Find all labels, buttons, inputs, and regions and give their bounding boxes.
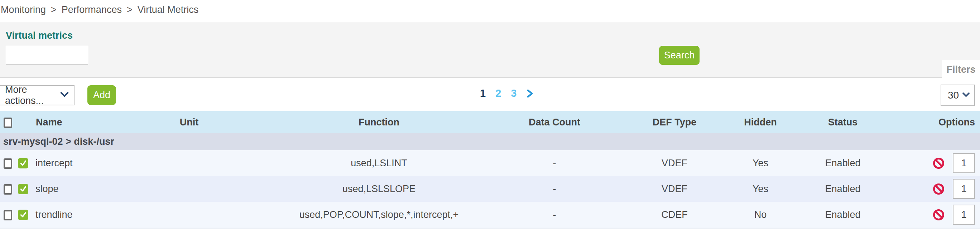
row-select-checkbox[interactable] — [3, 210, 12, 220]
column-header-unit: Unit — [100, 117, 279, 128]
page-title: Virtual metrics — [6, 30, 73, 41]
group-header-row: srv-mysql-02 > disk-/usr — [0, 133, 980, 150]
column-header-def-type: DEF Type — [630, 117, 719, 128]
cell-status: Enabled — [802, 183, 884, 195]
page-size-select[interactable]: 30 — [940, 84, 975, 106]
search-button[interactable]: Search — [659, 46, 700, 65]
filters-tab[interactable]: Filters — [942, 60, 980, 79]
filter-panel: Virtual metrics Search — [0, 22, 980, 78]
metric-name[interactable]: trendline — [35, 209, 73, 220]
cell-function: used,LSLINT — [279, 158, 479, 169]
cell-data-count: - — [479, 183, 630, 195]
pagination-page-2[interactable]: 2 — [495, 87, 501, 99]
table-bottom-edge — [0, 227, 980, 229]
duplicate-count-input[interactable] — [953, 179, 975, 199]
select-all-checkbox[interactable] — [3, 118, 12, 128]
pagination-page-1[interactable]: 1 — [480, 87, 486, 99]
chevron-down-icon — [60, 92, 69, 99]
column-header-name: Name — [36, 117, 62, 127]
forbidden-icon — [933, 158, 944, 169]
metric-name[interactable]: intercept — [35, 158, 73, 169]
row-select-checkbox[interactable] — [3, 184, 12, 195]
cell-hidden: Yes — [719, 183, 802, 195]
breadcrumb: Monitoring > Performances > Virtual Metr… — [1, 4, 199, 16]
column-header-data-count: Data Count — [479, 117, 630, 128]
virtual-metrics-page: Monitoring > Performances > Virtual Metr… — [0, 0, 980, 229]
breadcrumb-item-monitoring[interactable]: Monitoring — [1, 4, 46, 16]
breadcrumb-item-virtual-metrics[interactable]: Virtual Metrics — [138, 4, 199, 16]
column-header-options: Options — [884, 117, 980, 128]
breadcrumb-item-performances[interactable]: Performances — [62, 4, 122, 16]
virtual-metrics-table: Name Unit Function Data Count DEF Type H… — [0, 111, 980, 229]
cell-def-type: VDEF — [630, 183, 719, 195]
row-select-checkbox[interactable] — [3, 158, 12, 169]
table-row: slope used,LSLSLOPE - VDEF Yes Enabled — [0, 176, 980, 202]
breadcrumb-separator: > — [51, 4, 57, 16]
metric-name[interactable]: slope — [35, 183, 59, 195]
cell-data-count: - — [479, 209, 630, 220]
forbidden-icon — [933, 183, 944, 195]
cell-status: Enabled — [802, 158, 884, 169]
group-header-label: srv-mysql-02 > disk-/usr — [3, 136, 114, 147]
more-actions-select[interactable]: More actions... — [0, 85, 75, 105]
cell-status: Enabled — [802, 209, 884, 220]
more-actions-label: More actions... — [5, 84, 60, 107]
search-input[interactable] — [6, 46, 88, 65]
table-header-row: Name Unit Function Data Count DEF Type H… — [0, 111, 980, 133]
chevron-right-icon[interactable] — [526, 89, 534, 99]
column-header-hidden: Hidden — [719, 117, 802, 128]
cell-hidden: Yes — [719, 158, 802, 169]
column-header-status: Status — [802, 117, 884, 128]
breadcrumb-separator: > — [127, 4, 132, 16]
pagination-page-3[interactable]: 3 — [511, 87, 517, 99]
table-row: trendline used,POP,COUNT,slope,*,interce… — [0, 202, 980, 227]
cell-function: used,POP,COUNT,slope,*,intercept,+ — [279, 209, 479, 220]
pagination: 1 2 3 — [480, 87, 534, 99]
page-size-value: 30 — [948, 90, 962, 101]
forbidden-icon — [933, 209, 944, 220]
duplicate-count-input[interactable] — [953, 153, 975, 173]
cell-data-count: - — [479, 158, 630, 169]
metric-enabled-checkbox[interactable] — [18, 158, 28, 169]
cell-def-type: CDEF — [630, 209, 719, 220]
cell-def-type: VDEF — [630, 158, 719, 169]
metric-enabled-checkbox[interactable] — [18, 210, 28, 220]
chevron-down-icon — [962, 92, 970, 99]
column-header-function: Function — [279, 117, 479, 128]
cell-function: used,LSLSLOPE — [279, 183, 479, 195]
metric-enabled-checkbox[interactable] — [18, 184, 28, 194]
duplicate-count-input[interactable] — [953, 205, 975, 225]
cell-hidden: No — [719, 209, 802, 220]
table-row: intercept used,LSLINT - VDEF Yes Enabled — [0, 150, 980, 176]
add-button[interactable]: Add — [88, 85, 116, 105]
